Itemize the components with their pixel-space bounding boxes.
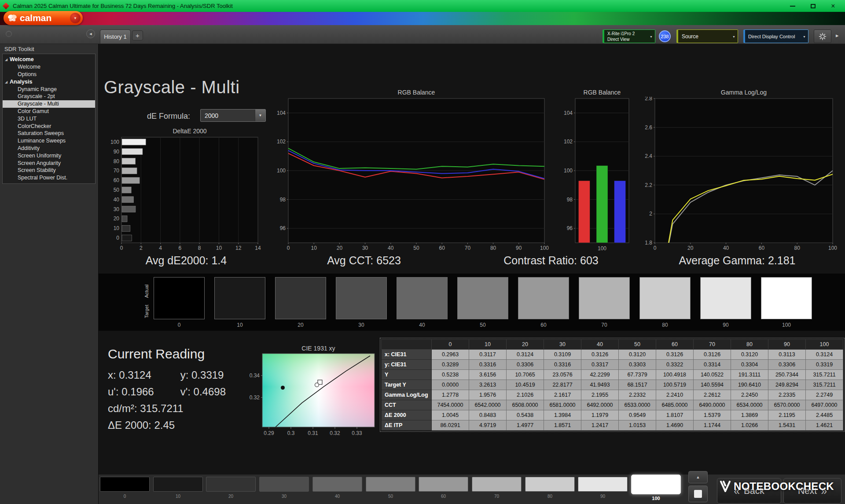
- sidebar-item-color-gamut[interactable]: Color Gamut: [3, 108, 95, 115]
- sidebar-dot-icon: [6, 31, 12, 37]
- sidebar-item-screen-angularity[interactable]: Screen Angularity: [3, 160, 95, 167]
- patch-window-button[interactable]: [688, 486, 708, 502]
- test-patch-30[interactable]: [259, 477, 309, 492]
- sidebar-section-analysis[interactable]: ◢Analysis: [3, 78, 95, 86]
- svg-text:60: 60: [759, 245, 765, 251]
- svg-text:20: 20: [114, 215, 120, 222]
- table-cell: 1.8571: [544, 420, 581, 431]
- logo-menu-button[interactable]: ▼: [70, 13, 81, 23]
- test-patch-100[interactable]: [631, 475, 681, 494]
- test-patch-40[interactable]: [312, 477, 362, 492]
- test-patch-70[interactable]: [472, 477, 522, 492]
- display-control-dropdown[interactable]: Direct Display Control ▼: [743, 29, 808, 43]
- tab-history-1[interactable]: History 1: [100, 29, 131, 44]
- test-patch-50[interactable]: [366, 477, 415, 492]
- minimize-button[interactable]: [783, 0, 803, 12]
- table-cell: 0.3120: [619, 350, 656, 360]
- u-label: u':: [108, 386, 119, 398]
- table-cell: 2.2335: [768, 390, 806, 400]
- gray-swatch-40: [397, 277, 448, 319]
- cie-chart-panel: CIE 1931 xy 0.290.30.310.320.330.320.34: [246, 344, 378, 438]
- table-col-header-100: 100: [806, 340, 843, 350]
- tree-expander-icon: ◢: [5, 78, 7, 86]
- chart-title: RGB Balance: [271, 88, 550, 97]
- table-cell: 0.3303: [619, 360, 656, 370]
- source-dropdown[interactable]: Source ▼: [676, 29, 738, 43]
- test-patch-80[interactable]: [525, 477, 575, 492]
- add-tab-button[interactable]: +: [132, 30, 143, 40]
- table-row-label: CCT: [382, 400, 432, 410]
- sidebar-item-screen-stability[interactable]: Screen Stability: [3, 167, 95, 174]
- swatch-level-label: 50: [457, 322, 508, 328]
- meter-count-badge[interactable]: 238: [659, 30, 671, 42]
- sidebar-item-screen-uniformity[interactable]: Screen Uniformity: [3, 152, 95, 160]
- test-patch-20[interactable]: [206, 477, 256, 492]
- luminance-value: 315.7211: [140, 402, 183, 414]
- x-label: x:: [108, 369, 116, 381]
- sidebar-item-welcome[interactable]: Welcome: [3, 63, 95, 71]
- sidebar-item-additivity[interactable]: Additivity: [3, 145, 95, 152]
- de-formula-select[interactable]: 2000 ▼: [200, 109, 266, 122]
- table-cell: 249.8294: [768, 380, 806, 390]
- chevron-down-icon: ▼: [255, 110, 265, 121]
- scroll-up-button[interactable]: ▲: [688, 471, 708, 483]
- test-patch-0[interactable]: [100, 477, 150, 492]
- back-button[interactable]: « Back: [717, 478, 781, 504]
- table-cell: 68.1517: [619, 380, 656, 390]
- avg-cct-stat: Avg CCT: 6523: [298, 254, 430, 267]
- table-cell: 0.3319: [806, 360, 843, 370]
- close-button[interactable]: ×: [823, 0, 843, 12]
- table-cell: 100.4918: [656, 370, 694, 380]
- y-value: 0.3319: [191, 369, 224, 381]
- display-control-label: Direct Display Control: [748, 34, 795, 39]
- svg-text:70: 70: [114, 168, 120, 174]
- table-cell: 0.3113: [768, 350, 806, 360]
- table-row-label: ΔE ITP: [382, 420, 432, 431]
- swatch-strip: Actual Target 0102030405060708090100: [99, 274, 845, 331]
- gray-swatch-20: [275, 277, 326, 319]
- main-panel: Grayscale - Multi dE Formula: 2000 ▼ Del…: [99, 44, 845, 504]
- settings-button[interactable]: [814, 29, 831, 43]
- svg-text:40: 40: [114, 197, 120, 203]
- test-patch-60[interactable]: [419, 477, 468, 492]
- sidebar-item-grayscale-2pt[interactable]: Grayscale - 2pt: [3, 93, 95, 100]
- svg-text:0.34: 0.34: [250, 373, 260, 379]
- stat-label: Contrast Ratio:: [503, 254, 577, 267]
- gamma-chart: 1.822.22.42.62.8020406080100: [640, 97, 843, 253]
- calman-logo[interactable]: calman ▼: [4, 11, 83, 25]
- maximize-button[interactable]: [803, 0, 823, 12]
- table-cell: 6533.0000: [619, 400, 656, 410]
- table-corner-cell: [382, 340, 432, 350]
- sidebar-item-colorchecker[interactable]: ColorChecker: [3, 123, 95, 130]
- test-patch-10[interactable]: [153, 477, 203, 492]
- gray-swatch-30: [336, 277, 387, 319]
- sidebar-item-dynamic-range[interactable]: Dynamic Range: [3, 86, 95, 93]
- target-row-label: Target: [144, 296, 149, 327]
- sidebar-collapse-button[interactable]: ◄: [86, 29, 95, 38]
- table-row: ΔE ITP86.02914.97191.49771.85711.24171.0…: [382, 420, 843, 431]
- svg-text:0: 0: [116, 235, 119, 241]
- chevron-right-icon: ▸: [836, 32, 839, 39]
- test-patch-90[interactable]: [578, 477, 628, 492]
- table-cell: 6542.0000: [469, 400, 507, 410]
- sidebar-item-spectral-power-dist[interactable]: Spectral Power Dist.: [3, 174, 95, 182]
- table-col-header-0: 0: [432, 340, 469, 350]
- svg-text:104: 104: [277, 110, 286, 116]
- titlebar: Calman 2025 Calman Ultimate for Business…: [0, 0, 845, 12]
- back-label: Back: [744, 486, 764, 496]
- sidebar-item-grayscale-multi[interactable]: Grayscale - Multi: [3, 100, 95, 108]
- sidebar-item-3d-lut[interactable]: 3D LUT: [3, 115, 95, 123]
- table-col-header-50: 50: [619, 340, 656, 350]
- reading-de-line: ΔE 2000: 2.45: [108, 419, 226, 431]
- meter-dropdown[interactable]: X-Rite i1Pro 2 Direct View ▼: [603, 29, 655, 43]
- sidebar-section-welcome[interactable]: ◢Welcome: [3, 56, 95, 63]
- sidebar-item-saturation-sweeps[interactable]: Saturation Sweeps: [3, 130, 95, 137]
- content-area: SDR Toolkit ◢WelcomeWelcomeOptions◢Analy…: [0, 44, 845, 504]
- rgb-balance-line-chart-panel: RGB Balance 9698100102104010203040506070…: [271, 88, 550, 255]
- next-button[interactable]: Next »: [783, 478, 841, 504]
- table-row-label: Target Y: [382, 380, 432, 390]
- sidebar-item-luminance-sweeps[interactable]: Luminance Sweeps: [3, 137, 95, 145]
- sidebar-item-options[interactable]: Options: [3, 71, 95, 78]
- toolbar-expand-button[interactable]: ▸: [836, 32, 839, 39]
- chevron-down-icon: ▼: [650, 35, 653, 38]
